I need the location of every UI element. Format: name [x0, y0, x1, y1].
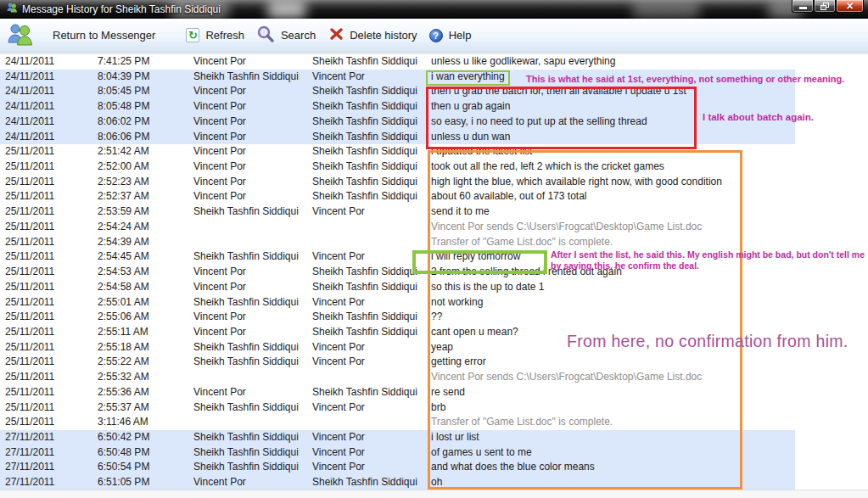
table-row[interactable]: 25/11/20112:55:36 AMVincent PorSheikh Ta… — [0, 385, 795, 400]
cell-sender: Vincent Por — [193, 144, 246, 159]
cell-date: 25/11/2011 — [5, 235, 54, 250]
search-button[interactable]: Search — [256, 25, 316, 46]
cell-date: 25/11/2011 — [5, 265, 54, 280]
table-row[interactable]: 25/11/20112:55:37 AMSheikh Tashfin Siddi… — [0, 400, 795, 416]
cell-message: i updated the latest list — [431, 144, 532, 159]
table-row[interactable]: 25/11/20112:55:32 AMVincent Por sends C:… — [0, 370, 795, 385]
cell-date: 24/11/2011 — [5, 70, 54, 85]
cell-time: 2:55:11 AM — [98, 325, 148, 340]
table-row[interactable]: 25/11/20112:54:24 AMVincent Por sends C:… — [0, 220, 795, 235]
close-button[interactable]: × — [836, 0, 864, 13]
table-row[interactable]: 25/11/20112:51:42 AMVincent PorSheikh Ta… — [0, 144, 795, 159]
cell-time: 6:50:48 PM — [98, 445, 149, 461]
table-row[interactable]: 24/11/20118:06:02 PMVincent PorSheikh Ta… — [0, 115, 795, 130]
cell-sender: Sheikh Tashfin Siddiqui — [193, 430, 299, 445]
table-row[interactable]: 25/11/20112:54:53 AMVincent PorSheikh Ta… — [0, 265, 795, 280]
minimize-button[interactable] — [792, 0, 814, 13]
cell-receiver: Vincent Por — [312, 400, 365, 416]
return-to-messenger-button[interactable]: Return to Messenger — [7, 22, 155, 49]
cell-date: 24/11/2011 — [5, 54, 54, 70]
cell-receiver: Vincent Por — [312, 445, 365, 461]
refresh-button[interactable]: ↻ Refresh — [186, 28, 244, 42]
delete-history-label: Delete history — [350, 29, 417, 42]
cell-receiver: Sheikh Tashfin Siddiqui — [312, 265, 417, 280]
cell-receiver: Sheikh Tashfin Siddiqui — [312, 130, 417, 145]
table-row[interactable]: 25/11/20113:11:46 AMTransfer of "Game Li… — [0, 415, 795, 430]
cell-date: 25/11/2011 — [5, 249, 54, 265]
cell-receiver: Vincent Por — [312, 340, 365, 355]
table-row[interactable]: 25/11/20112:54:58 AMVincent PorSheikh Ta… — [0, 280, 795, 295]
cell-message: unless u dun wan — [431, 130, 510, 145]
table-row[interactable]: 25/11/20112:55:22 AMSheikh Tashfin Siddi… — [0, 355, 795, 370]
cell-time: 2:51:42 AM — [98, 144, 149, 159]
table-row[interactable]: 25/11/20112:54:39 AMTransfer of "Game Li… — [0, 235, 795, 250]
table-row[interactable]: 24/11/20118:06:06 PMVincent PorSheikh Ta… — [0, 130, 795, 145]
cell-time: 7:41:25 PM — [98, 54, 149, 70]
table-row[interactable]: 25/11/20112:53:59 AMSheikh Tashfin Siddi… — [0, 204, 795, 220]
cell-sender: Vincent Por — [193, 310, 246, 325]
cell-message: cant open u mean? — [431, 325, 518, 340]
table-row[interactable]: 24/11/20118:05:48 PMVincent PorSheikh Ta… — [0, 99, 795, 115]
table-row[interactable]: 27/11/20116:50:54 PMSheikh Tashfin Siddi… — [0, 460, 795, 475]
cell-time: 2:55:06 AM — [98, 310, 149, 325]
cell-time: 8:05:45 PM — [98, 84, 149, 99]
cell-date: 25/11/2011 — [5, 159, 54, 175]
cell-sender: Vincent Por — [193, 99, 246, 115]
cell-time: 2:52:00 AM — [98, 159, 149, 175]
table-row[interactable]: 24/11/20118:04:39 PMSheikh Tashfin Siddi… — [0, 70, 795, 85]
table-row[interactable]: 25/11/20112:52:23 AMVincent PorSheikh Ta… — [0, 175, 795, 190]
cell-message: so easy, i no need to put up at the sell… — [431, 115, 647, 130]
restore-button[interactable] — [814, 0, 836, 13]
minimize-icon — [799, 7, 807, 9]
table-row[interactable]: 25/11/20112:55:18 AMSheikh Tashfin Siddi… — [0, 340, 795, 355]
table-row[interactable]: 25/11/20112:54:45 AMSheikh Tashfin Siddi… — [0, 249, 795, 265]
cell-sender: Vincent Por — [193, 159, 246, 175]
cell-date: 24/11/2011 — [5, 115, 54, 130]
table-row[interactable]: 27/11/20116:51:05 PMVincent PorSheikh Ta… — [0, 475, 795, 490]
cell-date: 25/11/2011 — [5, 370, 54, 385]
table-row[interactable]: 25/11/20112:55:11 AMVincent PorSheikh Ta… — [0, 325, 795, 340]
cell-message: getting error — [431, 355, 486, 370]
cell-receiver: Vincent Por — [312, 355, 365, 370]
cell-message: yeap — [431, 340, 453, 355]
table-row[interactable]: 25/11/20112:52:37 AMVincent PorSheikh Ta… — [0, 189, 795, 204]
cell-sender: Vincent Por — [193, 84, 246, 99]
cell-time: 8:06:02 PM — [98, 115, 149, 130]
cell-sender: Vincent Por — [193, 325, 246, 340]
cell-receiver: Vincent Por — [312, 460, 365, 475]
cell-sender: Sheikh Tashfin Siddiqui — [193, 400, 299, 416]
cell-message: re send — [431, 385, 465, 400]
message-history-window: Message History for Sheikh Tashfin Siddi… — [0, 0, 868, 498]
cell-date: 27/11/2011 — [5, 430, 54, 445]
table-row[interactable]: 27/11/20116:50:48 PMSheikh Tashfin Siddi… — [0, 445, 795, 461]
table-row[interactable]: 25/11/20112:55:06 AMVincent PorSheikh Ta… — [0, 310, 795, 325]
table-row[interactable]: 25/11/20112:55:01 AMSheikh Tashfin Siddi… — [0, 295, 795, 311]
cell-time: 8:06:06 PM — [98, 130, 149, 145]
help-button[interactable]: ? Help — [429, 29, 472, 42]
table-row[interactable]: 24/11/20118:05:45 PMVincent PorSheikh Ta… — [0, 84, 795, 99]
titlebar[interactable]: Message History for Sheikh Tashfin Siddi… — [0, 0, 868, 19]
cell-message: so this is the up to date 1 — [431, 280, 544, 295]
cell-receiver: Sheikh Tashfin Siddiqui — [312, 54, 417, 70]
table-row[interactable]: 27/11/20116:50:42 PMSheikh Tashfin Siddi… — [0, 430, 795, 445]
titlebar-glass-highlight — [267, 0, 306, 19]
cell-message: not working — [431, 295, 483, 311]
cell-receiver: Sheikh Tashfin Siddiqui — [312, 144, 417, 159]
cell-receiver: Vincent Por — [312, 249, 365, 265]
cell-date: 25/11/2011 — [5, 295, 54, 311]
cell-date: 25/11/2011 — [5, 310, 54, 325]
search-label: Search — [281, 29, 316, 42]
cell-message: Vincent Por sends C:\Users\Frogcat\Deskt… — [431, 220, 702, 235]
titlebar-glass-highlight — [632, 0, 700, 19]
table-row[interactable]: 25/11/20112:52:00 AMVincent PorSheikh Ta… — [0, 159, 795, 175]
cell-message: 2 from the selling thread i rented out a… — [431, 265, 622, 280]
messenger-buddies-icon — [7, 22, 34, 49]
cell-time: 2:54:24 AM — [98, 220, 149, 235]
delete-history-button[interactable]: Delete history — [329, 27, 417, 44]
window-controls: × — [792, 0, 864, 13]
cell-receiver: Vincent Por — [312, 430, 365, 445]
cell-sender: Sheikh Tashfin Siddiqui — [193, 460, 299, 475]
cell-time: 2:54:45 AM — [98, 249, 149, 265]
cell-time: 6:51:05 PM — [98, 475, 149, 490]
table-row[interactable]: 24/11/20117:41:25 PMVincent PorSheikh Ta… — [0, 54, 795, 70]
